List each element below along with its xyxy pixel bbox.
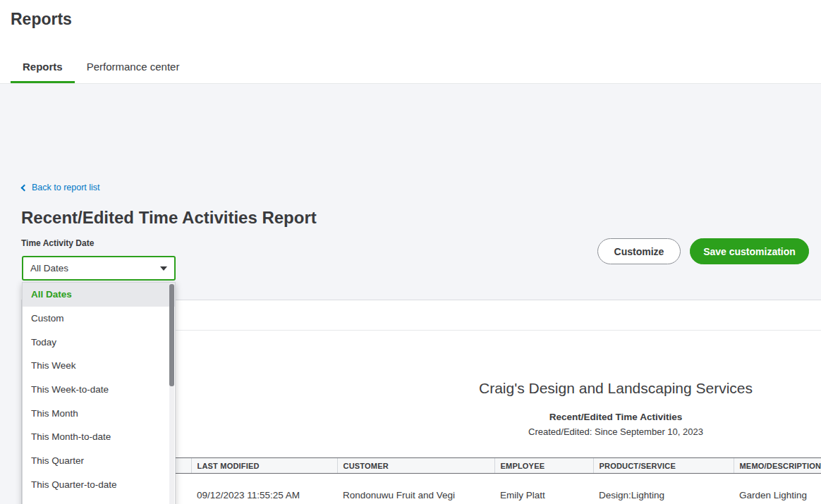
dropdown-option[interactable]: This Week-to-date (23, 378, 175, 402)
chevron-left-icon (21, 185, 28, 192)
date-range-select[interactable]: All Dates (22, 256, 176, 281)
back-link-label: Back to report list (32, 183, 100, 192)
tab-performance-center[interactable]: Performance center (75, 55, 192, 84)
dropdown-option[interactable]: All Dates (23, 283, 175, 307)
table-cell: Emily Platt (494, 486, 593, 504)
save-customization-button[interactable]: Save customization (690, 238, 809, 264)
table-cell: Design:Lighting (593, 486, 734, 504)
dropdown-option[interactable]: This Month (23, 401, 175, 425)
tab-performance-label: Performance center (87, 61, 180, 73)
dropdown-scrollbar-thumb[interactable] (169, 284, 174, 386)
dropdown-option[interactable]: This Week (23, 354, 175, 378)
table-cell: Garden Lighting (734, 486, 821, 504)
back-to-report-list-link[interactable]: Back to report list (22, 183, 100, 192)
dropdown-scrollbar[interactable] (169, 283, 174, 504)
column-header: MEMO/DESCRIPTION (734, 458, 821, 474)
dropdown-option[interactable]: Custom (23, 307, 175, 331)
table-cell: 09/12/2023 11:55:25 AM (191, 486, 337, 504)
report-page: Back to report list Recent/Edited Time A… (0, 84, 821, 504)
tab-bar: Reports Performance center (11, 55, 191, 84)
caret-down-icon (160, 266, 167, 271)
dropdown-option[interactable]: This Quarter (23, 449, 175, 473)
date-range-value: All Dates (30, 263, 68, 273)
column-header: LAST MODIFIED (191, 458, 337, 474)
dropdown-option[interactable]: This Year (23, 496, 175, 504)
page-title: Reports (11, 10, 72, 29)
table-cell: Rondonuwu Fruit and Vegi (337, 486, 494, 504)
column-header: CUSTOMER (337, 458, 494, 474)
date-dropdown-menu: All DatesCustomTodayThis WeekThis Week-t… (22, 282, 176, 504)
tab-reports-label: Reports (23, 61, 63, 73)
customize-button[interactable]: Customize (597, 238, 681, 264)
column-header: PRODUCT/SERVICE (593, 458, 734, 474)
dropdown-option[interactable]: Today (23, 330, 175, 354)
column-header: EMPLOYEE (494, 458, 593, 474)
top-bar: Reports Reports Performance center (0, 0, 821, 84)
filter-label: Time Activity Date (21, 238, 94, 248)
report-title: Recent/Edited Time Activities Report (21, 208, 317, 228)
tab-reports[interactable]: Reports (11, 55, 75, 84)
dropdown-option[interactable]: This Quarter-to-date (23, 473, 175, 497)
dropdown-option[interactable]: This Month-to-date (23, 425, 175, 449)
